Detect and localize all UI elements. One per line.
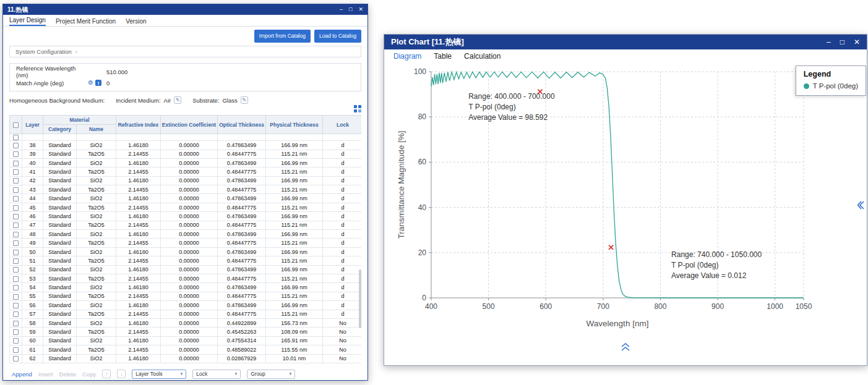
row-select-cell[interactable] [10,141,22,150]
table-row[interactable]: 44StandardSiO21.461800.000000.4786349916… [10,194,362,203]
table-row[interactable]: 49StandardTa2O52.144550.000000.484477751… [10,239,362,247]
header-layer[interactable]: Layer [22,116,43,134]
table-row[interactable]: 58StandardSiO21.461800.000000.4492289915… [10,318,362,327]
row-checkbox[interactable] [13,303,19,308]
header-category[interactable]: Category [43,125,77,134]
table-row[interactable]: 42StandardSiO21.461800.000000.4786349916… [10,176,362,185]
table-row[interactable]: 45StandardTa2O52.144550.000000.484477751… [10,203,362,211]
lock-dropdown[interactable]: Lock ▾ [192,370,241,379]
table-row[interactable]: 41StandardTa2O52.144550.000000.484477751… [10,167,362,176]
table-row[interactable]: 43StandardTa2O52.144550.000000.484477751… [10,185,362,194]
row-checkbox[interactable] [13,276,19,282]
gear-icon[interactable]: ⚙ [88,80,93,86]
legend-box[interactable]: Legend T P-pol (0deg) [796,66,866,96]
table-row[interactable]: 38StandardSiO21.461800.000000.4786349916… [10,141,362,150]
table-row[interactable]: 46StandardSiO21.461800.000000.4786349916… [10,212,362,221]
row-select-cell[interactable] [10,265,22,274]
table-row[interactable]: 52StandardSiO21.461800.000000.4786349916… [10,265,362,274]
row-select-cell[interactable] [10,167,22,176]
collapse-panel-up-button[interactable] [621,342,630,353]
edit-substrate-icon[interactable]: ✎ [241,96,248,104]
row-select-cell[interactable] [10,345,22,354]
table-row[interactable]: 51StandardTa2O52.144550.000000.484477751… [10,256,362,265]
info-icon[interactable]: i [95,80,101,86]
row-select-cell[interactable] [10,328,22,336]
row-select-cell[interactable] [10,336,22,345]
header-extinction-coefficient[interactable]: Extinction Coefficient [161,116,218,134]
table-row[interactable]: 54StandardSiO21.461800.000000.4786349916… [10,283,362,292]
table-row[interactable]: 50StandardSiO21.461800.000000.4786349916… [10,247,362,256]
menu-version[interactable]: Version [126,18,146,26]
header-refractive-index[interactable]: Refractive Index [116,116,161,134]
group-dropdown[interactable]: Group ▾ [247,370,295,379]
close-icon[interactable]: ✕ [358,7,363,12]
row-select-cell[interactable] [10,354,22,363]
table-row[interactable]: 57StandardTa2O52.144550.000000.484477751… [10,310,362,318]
row-checkbox[interactable] [13,267,19,273]
close-icon[interactable]: ✕ [854,38,860,46]
row-checkbox[interactable] [13,285,19,290]
row-select-cell[interactable] [10,274,22,282]
append-button[interactable]: Append [12,371,32,378]
table-row[interactable]: 62StandardSiO21.461800.000000.0286792910… [10,354,362,363]
row-checkbox[interactable] [13,347,19,353]
row-checkbox[interactable] [13,338,19,344]
column-settings-icon[interactable] [354,105,361,112]
header-material[interactable]: Material [43,116,116,125]
left-titlebar[interactable]: 11.热镜 – □ ✕ [3,4,367,15]
row-checkbox[interactable] [13,294,19,300]
system-configuration-header[interactable]: System Configuration › [9,46,361,57]
right-titlebar[interactable]: Plot Chart [11.热镜] – □ ✕ [384,35,867,49]
maximize-icon[interactable]: □ [840,38,844,46]
row-select-cell[interactable] [10,212,22,221]
row-checkbox[interactable] [13,240,19,246]
header-optical-thickness[interactable]: Optical Thickness [218,116,266,134]
table-row[interactable]: 39StandardTa2O52.144550.000000.484477751… [10,150,362,158]
table-row[interactable]: 48StandardSiO21.461800.000000.4786349916… [10,230,362,239]
table-row[interactable]: 55StandardTa2O52.144550.000000.484477751… [10,292,362,300]
row-select-cell[interactable] [10,194,22,203]
tab-table[interactable]: Table [434,52,452,61]
import-from-catalog-button[interactable]: Import from Catalog [254,30,311,43]
table-row[interactable]: 61StandardTa2O52.144550.000000.485890221… [10,345,362,354]
row-checkbox[interactable] [13,232,19,237]
row-select-cell[interactable] [10,150,22,158]
maximize-icon[interactable]: □ [349,7,352,12]
row-select-cell[interactable] [10,283,22,292]
table-scrollbar[interactable] [359,269,361,328]
table-row[interactable]: 47StandardTa2O52.144550.000000.484477751… [10,221,362,229]
row-checkbox[interactable] [13,321,19,326]
row-select-cell[interactable] [10,256,22,265]
row-checkbox[interactable] [13,161,19,166]
row-select-cell[interactable] [10,292,22,300]
table-row[interactable]: 53StandardTa2O52.144550.000000.484477751… [10,274,362,282]
load-to-catalog-button[interactable]: Load to Catalog [314,30,361,43]
layer-tools-dropdown[interactable]: Layer Tools ▾ [132,370,186,379]
table-row[interactable]: 56StandardSiO21.461800.000000.4786349916… [10,301,362,310]
row-checkbox[interactable] [13,178,19,184]
copy-button[interactable]: Copy [82,371,96,378]
range-marker-x-icon[interactable]: ✕ [608,243,614,252]
select-all-checkbox[interactable] [13,122,19,128]
menu-layer-design[interactable]: Layer Design [9,17,46,26]
row-checkbox[interactable] [13,329,19,335]
select-all-cell[interactable] [10,116,22,134]
row-select-cell[interactable] [10,158,22,167]
row-checkbox[interactable] [13,311,19,317]
menu-project-merit-function[interactable]: Project Merit Function [56,18,116,26]
row-checkbox[interactable] [13,356,19,362]
table-row[interactable]: 60StandardSiO21.461800.000000.4755431416… [10,336,362,345]
row-select-cell[interactable] [10,310,22,318]
row-select-cell[interactable] [10,239,22,247]
row-checkbox[interactable] [13,250,19,255]
row-checkbox[interactable] [13,151,19,157]
tab-calculation[interactable]: Calculation [464,52,501,61]
row-checkbox[interactable] [13,143,19,148]
row-select-cell[interactable] [10,230,22,239]
row-checkbox[interactable] [13,205,19,211]
row-select-cell[interactable] [10,301,22,310]
header-name[interactable]: Name [77,125,116,134]
row-checkbox[interactable] [13,187,19,193]
edit-incident-medium-icon[interactable]: ✎ [174,96,181,104]
row-select-cell[interactable] [10,203,22,211]
